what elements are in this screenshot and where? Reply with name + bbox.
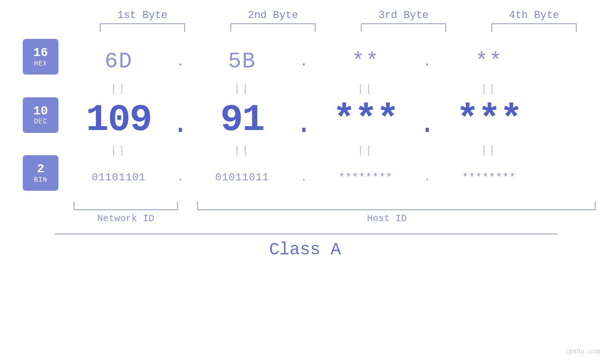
class-bracket-line <box>55 233 558 234</box>
bin-name: BIN <box>34 176 47 184</box>
bin-byte4-cell: ******** <box>437 172 541 184</box>
byte1-header: 1st Byte <box>95 9 190 21</box>
bin-byte3-cell: ******** <box>313 172 418 184</box>
bin-byte2-value: 01011011 <box>215 172 269 184</box>
dec-sep3: . <box>418 110 437 139</box>
bracket-byte2 <box>230 23 316 32</box>
eq2-byte2: || <box>190 145 294 157</box>
top-brackets <box>77 23 600 32</box>
bracket-byte3 <box>361 23 446 32</box>
bracket-byte1 <box>100 23 185 32</box>
dec-number: 10 <box>33 104 48 118</box>
dec-byte1-value: 109 <box>86 98 151 141</box>
byte2-header: 2nd Byte <box>225 9 320 21</box>
bin-byte1-value: 01101101 <box>92 172 146 184</box>
hex-byte4-value: ** <box>475 49 503 74</box>
base-labels: 16 HEX 10 DEC 2 BIN <box>0 37 66 198</box>
bin-row: 01101101 . 01011011 . ******** . *******… <box>66 158 610 198</box>
eq1-byte2: || <box>190 83 294 95</box>
network-id-label: Network ID <box>74 213 178 224</box>
eq2-byte1: || <box>66 145 171 157</box>
eq2-byte3: || <box>313 145 418 157</box>
bottom-labels: Network ID Host ID <box>74 213 596 224</box>
dec-name: DEC <box>34 118 47 125</box>
hex-byte3-cell: ** <box>313 49 418 74</box>
dec-byte2-value: 91 <box>220 98 264 141</box>
values-grid: 6D . 5B . ** . ** || || <box>66 37 610 198</box>
bin-byte1-cell: 01101101 <box>66 172 171 184</box>
bin-number: 2 <box>37 162 45 176</box>
dec-byte3-cell: *** <box>313 98 418 141</box>
eq2-byte4: || <box>437 145 541 157</box>
main-container: 1st Byte 2nd Byte 3rd Byte 4th Byte 16 H… <box>0 0 610 364</box>
hex-byte2-cell: 5B <box>190 49 294 74</box>
watermark: ipshu.com <box>564 348 601 355</box>
hex-sep3: . <box>418 54 437 70</box>
hex-byte3-value: ** <box>351 49 379 74</box>
dec-byte3-value: *** <box>333 98 398 141</box>
class-label: Class A <box>0 240 610 260</box>
bracket-byte4 <box>491 23 577 32</box>
bin-badge: 2 BIN <box>23 155 58 191</box>
bottom-section: Network ID Host ID <box>0 202 610 224</box>
hex-badge: 16 HEX <box>23 39 58 75</box>
class-section: Class A <box>0 233 610 260</box>
hex-byte2-value: 5B <box>228 49 256 74</box>
bin-sep1: . <box>171 172 190 184</box>
byte-headers: 1st Byte 2nd Byte 3rd Byte 4th Byte <box>77 9 600 21</box>
bin-byte3-value: ******** <box>338 172 393 184</box>
eq1-byte3: || <box>313 83 418 95</box>
bottom-bracket-network <box>74 202 178 210</box>
dec-row: 109 . 91 . *** . *** <box>66 96 610 143</box>
bin-sep3: . <box>418 172 437 184</box>
hex-sep1: . <box>171 54 190 70</box>
eq1-byte4: || <box>437 83 541 95</box>
host-id-label: Host ID <box>178 213 596 224</box>
hex-sep2: . <box>294 54 313 70</box>
dec-byte2-cell: 91 <box>190 98 294 141</box>
hex-byte1-value: 6D <box>104 49 132 74</box>
eq1-byte1: || <box>66 83 171 95</box>
bottom-bracket-host <box>197 202 596 210</box>
dec-byte4-value: *** <box>456 98 522 141</box>
hex-number: 16 <box>33 46 48 60</box>
hex-byte4-cell: ** <box>437 49 541 74</box>
hex-byte1-cell: 6D <box>66 49 171 74</box>
dec-byte1-cell: 109 <box>66 98 171 141</box>
byte4-header: 4th Byte <box>487 9 582 21</box>
dec-sep2: . <box>294 110 313 139</box>
bin-sep2: . <box>294 172 313 184</box>
dec-byte4-cell: *** <box>437 98 541 141</box>
hex-row: 6D . 5B . ** . ** <box>66 41 610 82</box>
bin-byte2-cell: 01011011 <box>190 172 294 184</box>
hex-name: HEX <box>34 60 47 67</box>
byte3-header: 3rd Byte <box>356 9 451 21</box>
dec-badge: 10 DEC <box>23 97 58 133</box>
content-area: 16 HEX 10 DEC 2 BIN <box>0 37 610 198</box>
equals-row-2: || || || || <box>66 143 610 158</box>
dec-sep1: . <box>171 110 190 139</box>
equals-row-1: || || || || <box>66 82 610 96</box>
bin-byte4-value: ******** <box>462 172 516 184</box>
bottom-brackets <box>74 202 596 210</box>
